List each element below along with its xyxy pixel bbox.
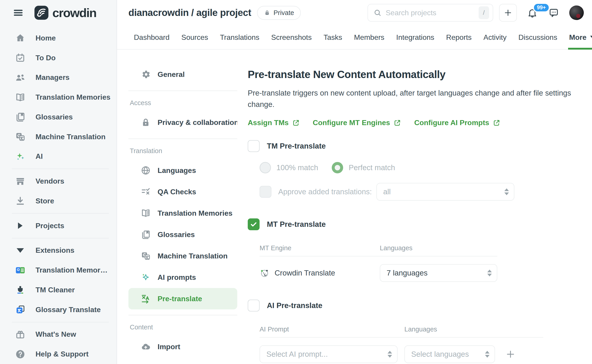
tab-reports[interactable]: Reports — [446, 26, 472, 49]
gift-icon — [15, 329, 26, 340]
settings-item-general[interactable]: General — [128, 64, 237, 85]
external-link-icon — [394, 119, 401, 126]
tab-activity[interactable]: Activity — [483, 26, 506, 49]
chevron-down-icon — [590, 36, 592, 39]
content-column: dianacrowdin / agile project Private / 9… — [117, 0, 592, 364]
settings-section-translation: Translation — [128, 139, 237, 160]
top-header: dianacrowdin / agile project Private / 9… — [117, 0, 592, 26]
tm-cleaner-brush-icon — [15, 285, 26, 295]
mt-pre-translate-checkbox[interactable] — [248, 218, 259, 230]
select-chevrons-icon — [487, 270, 492, 276]
sidebar-item-help-support[interactable]: Help & Support — [0, 344, 117, 364]
sidebar-item-store[interactable]: Store — [0, 191, 117, 211]
avatar[interactable] — [569, 6, 584, 20]
sidebar-item-glossaries[interactable]: Glossaries — [0, 107, 117, 127]
configure-mt-engines-link[interactable]: Configure MT Engines — [313, 118, 401, 127]
home-icon — [15, 33, 26, 43]
glossary-translate-icon — [15, 304, 26, 315]
settings-item-privacy[interactable]: Privacy & collaboration — [128, 112, 237, 133]
configure-ai-prompts-link[interactable]: Configure AI Prompts — [414, 118, 500, 127]
tab-integrations[interactable]: Integrations — [396, 26, 434, 49]
add-ai-prompt-row-button[interactable] — [506, 349, 515, 359]
ai-pre-translate-section: AI Pre-translate AI Prompt Languages Sel… — [248, 300, 578, 363]
sidebar-item-glossary-translate[interactable]: Glossary Translate — [0, 300, 117, 320]
tm-pre-translate-checkbox[interactable] — [248, 140, 259, 152]
mt-table-header: MT Engine Languages — [259, 244, 497, 256]
mt-engine-cell: Crowdin Translate — [259, 268, 380, 278]
ai-prompt-row: Select AI prompt... Select languages — [259, 345, 578, 363]
mt-pre-translate-section: MT Pre-translate MT Engine Languages Cro… — [248, 218, 578, 282]
assign-tms-link[interactable]: Assign TMs — [248, 118, 300, 127]
sidebar-item-managers[interactable]: Managers — [0, 68, 117, 88]
ai-prompt-select[interactable]: Select AI prompt... — [259, 345, 398, 363]
match-100-radio[interactable] — [259, 162, 271, 173]
perfect-match-option[interactable]: Perfect match — [332, 162, 395, 173]
calendar-check-icon — [15, 52, 26, 63]
ai-pre-translate-label: AI Pre-translate — [267, 301, 322, 310]
perfect-match-radio[interactable] — [332, 162, 343, 173]
sidebar-item-todo[interactable]: To Do — [0, 48, 117, 68]
tab-discussions[interactable]: Discussions — [519, 26, 557, 49]
help-circle-icon — [15, 349, 26, 359]
tab-tasks[interactable]: Tasks — [324, 26, 342, 49]
ai-pre-translate-row: AI Pre-translate — [248, 300, 578, 312]
settings-item-pre-translate[interactable]: Pre-translate — [128, 288, 237, 309]
settings-item-languages[interactable]: Languages — [128, 160, 237, 181]
approve-translations-checkbox[interactable] — [259, 186, 271, 198]
download-icon — [15, 196, 26, 206]
sidebar-divider — [12, 322, 109, 322]
sidebar-item-machine-translation[interactable]: Machine Translation — [0, 127, 117, 147]
mt-languages-select[interactable]: 7 languages — [380, 264, 497, 282]
tm-generator-icon — [15, 265, 26, 275]
config-links: Assign TMs Configure MT Engines Configur… — [248, 118, 578, 127]
sidebar-item-home[interactable]: Home — [0, 28, 117, 48]
crowdin-logo[interactable]: crowdin — [34, 6, 96, 20]
approve-scope-select[interactable]: all — [376, 183, 514, 201]
settings-item-import[interactable]: Import — [128, 336, 237, 358]
ai-pre-translate-checkbox[interactable] — [248, 300, 259, 312]
external-link-icon — [493, 119, 500, 126]
tab-dashboard[interactable]: Dashboard — [134, 26, 170, 49]
notifications-button[interactable]: 99+ — [527, 7, 538, 18]
storefront-icon — [15, 176, 26, 187]
tab-sources[interactable]: Sources — [181, 26, 208, 49]
ai-table-header: AI Prompt Languages — [259, 325, 543, 338]
chat-icon — [548, 7, 559, 18]
settings-item-machine-translation[interactable]: Machine Translation — [128, 245, 237, 267]
sidebar-item-tm-generator[interactable]: Translation Memory Gene... — [0, 260, 117, 280]
sidebar-item-ai[interactable]: AI — [0, 147, 117, 167]
ai-prompts-sparkle-icon — [141, 272, 151, 282]
sidebar-item-projects[interactable]: Projects — [0, 216, 117, 236]
tab-members[interactable]: Members — [354, 26, 384, 49]
sidebar-item-whats-new[interactable]: What's New — [0, 325, 117, 344]
settings-section-content: Content — [128, 315, 237, 336]
match-100-option[interactable]: 100% match — [259, 162, 318, 173]
sidebar-item-translation-memories[interactable]: Translation Memories — [0, 87, 117, 107]
sidebar-item-extensions[interactable]: Extensions — [0, 241, 117, 260]
ai-languages-select[interactable]: Select languages — [404, 345, 495, 363]
mt-engine-column-header: MT Engine — [259, 244, 380, 252]
menu-icon[interactable] — [12, 6, 25, 19]
crowdin-wordmark: crowdin — [52, 6, 96, 20]
settings-item-glossaries[interactable]: Glossaries — [128, 224, 237, 245]
ai-prompt-column-header: AI Prompt — [259, 325, 404, 333]
page-description: Pre-translate triggers on new content up… — [248, 87, 578, 110]
settings-item-export[interactable]: Export — [128, 358, 237, 364]
settings-item-ai-prompts[interactable]: AI prompts — [128, 267, 237, 288]
tab-screenshots[interactable]: Screenshots — [271, 26, 312, 49]
settings-item-translation-memories[interactable]: Translation Memories — [128, 202, 237, 224]
create-project-button[interactable] — [499, 4, 517, 22]
tab-translations[interactable]: Translations — [220, 26, 259, 49]
settings-nav: General Access Privacy & collaboration T… — [128, 56, 237, 364]
cloud-upload-icon — [141, 342, 151, 352]
sidebar-item-vendors[interactable]: Vendors — [0, 171, 117, 191]
plus-icon — [506, 349, 515, 359]
tab-more[interactable]: More — [569, 26, 592, 49]
lock-icon — [264, 10, 270, 16]
search-input[interactable] — [386, 9, 474, 17]
search-box: / — [367, 4, 493, 22]
app-sidebar: crowdin Home To Do Managers Translation … — [0, 0, 117, 364]
sidebar-item-tm-cleaner[interactable]: TM Cleaner — [0, 280, 117, 300]
settings-item-qa-checks[interactable]: QA Checks — [128, 181, 237, 202]
messages-button[interactable] — [548, 7, 559, 18]
